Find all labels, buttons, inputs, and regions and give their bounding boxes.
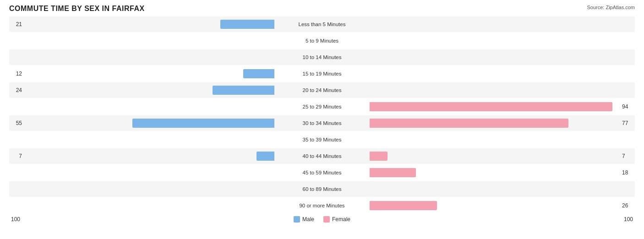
- female-bar: [370, 102, 612, 111]
- chart-row: 45 to 59 Minutes 18: [9, 165, 635, 180]
- male-bar: [213, 86, 274, 95]
- chart-row: 90 or more Minutes 26: [9, 198, 635, 213]
- left-area: 24: [9, 82, 276, 98]
- right-area: 18: [368, 165, 635, 180]
- chart-title: COMMUTE TIME BY SEX IN FAIRFAX: [9, 5, 145, 13]
- left-area: [9, 181, 276, 197]
- female-bar-container: [370, 119, 620, 128]
- chart-body: 21 Less than 5 Minutes 5 to 9 Minutes: [9, 16, 635, 213]
- chart-footer: 100 Male Female 100: [9, 216, 635, 223]
- row-label: 20 to 24 Minutes: [276, 87, 368, 93]
- male-value: 24: [9, 87, 22, 93]
- right-area: [368, 132, 635, 147]
- female-bar: [370, 201, 437, 210]
- row-label: 30 to 34 Minutes: [276, 120, 368, 126]
- female-bar-container: [370, 135, 620, 144]
- female-bar-container: [370, 102, 620, 111]
- right-area: 77: [368, 115, 635, 131]
- male-bar-container: [24, 102, 274, 111]
- left-area: 7: [9, 148, 276, 164]
- left-area: 21: [9, 16, 276, 32]
- row-label: 10 to 14 Minutes: [276, 54, 368, 60]
- legend-female-box: [323, 216, 330, 223]
- female-bar-container: [370, 168, 620, 177]
- left-area: [9, 33, 276, 49]
- left-area: [9, 165, 276, 180]
- chart-header: COMMUTE TIME BY SEX IN FAIRFAX Source: Z…: [9, 5, 635, 13]
- female-value: 7: [622, 153, 635, 159]
- male-bar-container: [24, 135, 274, 144]
- row-label: 60 to 89 Minutes: [276, 186, 368, 192]
- chart-row: 21 Less than 5 Minutes: [9, 16, 635, 32]
- left-area: 55: [9, 115, 276, 131]
- chart-row: 10 to 14 Minutes: [9, 49, 635, 65]
- male-bar-container: [24, 86, 274, 95]
- female-bar: [370, 152, 387, 161]
- left-area: [9, 132, 276, 147]
- legend-male-label: Male: [302, 216, 314, 223]
- male-bar: [132, 119, 274, 128]
- legend-male: Male: [294, 216, 314, 223]
- female-bar-container: [370, 185, 620, 194]
- row-label: Less than 5 Minutes: [276, 22, 368, 27]
- female-bar-container: [370, 69, 620, 78]
- chart-row: 25 to 29 Minutes 94: [9, 99, 635, 114]
- male-bar-container: [24, 119, 274, 128]
- right-area: [368, 181, 635, 197]
- female-value: 26: [622, 202, 635, 209]
- female-value: 77: [622, 120, 635, 126]
- row-label: 45 to 59 Minutes: [276, 170, 368, 175]
- female-bar: [370, 168, 416, 177]
- male-bar: [257, 152, 274, 161]
- male-bar-container: [24, 53, 274, 62]
- female-bar: [370, 119, 568, 128]
- right-area: [368, 66, 635, 81]
- male-value: 55: [9, 120, 22, 126]
- male-value: 7: [9, 153, 22, 159]
- male-bar: [243, 69, 274, 78]
- right-area: [368, 82, 635, 98]
- chart-row: 35 to 39 Minutes: [9, 132, 635, 147]
- right-area: [368, 16, 635, 32]
- left-area: [9, 198, 276, 213]
- row-label: 25 to 29 Minutes: [276, 104, 368, 109]
- male-value: 12: [9, 71, 22, 77]
- male-bar-container: [24, 185, 274, 194]
- female-bar-container: [370, 201, 620, 210]
- left-area: [9, 49, 276, 65]
- row-label: 5 to 9 Minutes: [276, 38, 368, 43]
- female-bar-container: [370, 86, 620, 95]
- male-bar-container: [24, 69, 274, 78]
- male-bar-container: [24, 152, 274, 161]
- axis-label-left: 100: [11, 216, 20, 223]
- left-area: [9, 99, 276, 114]
- male-bar-container: [24, 20, 274, 29]
- chart-row: 5 to 9 Minutes: [9, 33, 635, 49]
- row-label: 15 to 19 Minutes: [276, 71, 368, 76]
- female-bar-container: [370, 53, 620, 62]
- chart-row: 55 30 to 34 Minutes 77: [9, 115, 635, 131]
- female-bar-container: [370, 152, 620, 161]
- legend-male-box: [294, 216, 300, 223]
- row-label: 35 to 39 Minutes: [276, 137, 368, 142]
- male-bar-container: [24, 168, 274, 177]
- male-bar: [220, 20, 274, 29]
- right-area: 26: [368, 198, 635, 213]
- chart-row: 12 15 to 19 Minutes: [9, 66, 635, 81]
- chart-source: Source: ZipAtlas.com: [587, 5, 635, 10]
- right-area: [368, 33, 635, 49]
- row-label: 90 or more Minutes: [276, 203, 368, 208]
- female-value: 18: [622, 169, 635, 176]
- right-area: 94: [368, 99, 635, 114]
- axis-label-right: 100: [624, 216, 633, 223]
- legend: Male Female: [294, 216, 350, 223]
- female-bar-container: [370, 36, 620, 45]
- chart-row: 24 20 to 24 Minutes: [9, 82, 635, 98]
- legend-female-label: Female: [332, 216, 350, 223]
- male-value: 21: [9, 21, 22, 27]
- female-bar-container: [370, 20, 620, 29]
- male-bar-container: [24, 201, 274, 210]
- male-bar-container: [24, 36, 274, 45]
- chart-container: COMMUTE TIME BY SEX IN FAIRFAX Source: Z…: [0, 0, 644, 239]
- left-area: 12: [9, 66, 276, 81]
